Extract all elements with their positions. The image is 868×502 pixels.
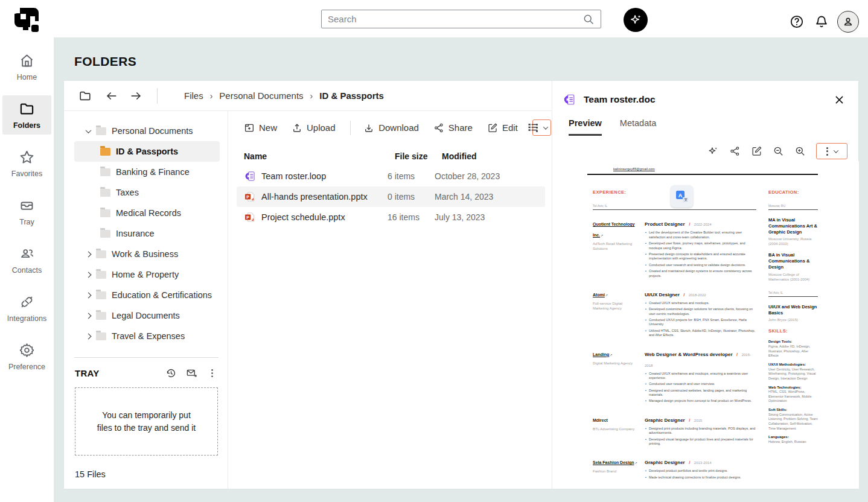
role-separator: /	[689, 221, 690, 227]
job-bullets: Led the development of the Creative Buil…	[645, 230, 756, 278]
tree-item[interactable]: ID & Passports	[74, 141, 220, 162]
search-bar[interactable]	[321, 10, 601, 28]
tree-item[interactable]: Medical Records	[74, 203, 220, 223]
degree-subtitle: John Bryce (2015)	[768, 317, 818, 322]
chevron-icon[interactable]	[80, 125, 92, 137]
star-icon	[19, 149, 35, 165]
degree: BA in Visual Communications & Design Mos…	[768, 252, 818, 281]
account-avatar[interactable]	[837, 11, 859, 33]
sidebar-item-home[interactable]: Home	[2, 47, 51, 86]
experience-entries: Quotient Technology Inc.↗ AdTech Retail …	[593, 217, 756, 481]
column-modified[interactable]: Modified	[442, 151, 551, 161]
forward-arrow-icon[interactable]	[129, 89, 142, 103]
folder-icon	[100, 148, 110, 156]
help-icon[interactable]	[790, 14, 804, 29]
sidebar-item-contacts[interactable]: Contacts	[2, 240, 51, 279]
file-row[interactable]: P Project schedule.pptx 16 items July 13…	[237, 207, 545, 227]
file-size: 16 items	[388, 212, 435, 222]
preview-tab[interactable]: Preview	[569, 118, 602, 136]
top-bar	[0, 0, 868, 37]
tray-dropzone[interactable]: You can temporarily put files to the tra…	[75, 387, 218, 456]
ai-assistant-button[interactable]	[624, 8, 648, 32]
breadcrumb-item-current[interactable]: ID & Passports	[319, 91, 384, 101]
chevron-icon[interactable]	[80, 330, 92, 342]
folder-icon[interactable]	[78, 89, 92, 103]
tab-label: Metadata	[620, 118, 656, 128]
folder-icon	[96, 291, 106, 299]
sidebar-item-preference[interactable]: Preference	[2, 337, 51, 376]
chevron-icon[interactable]	[80, 310, 92, 322]
notifications-bell-icon[interactable]	[814, 14, 829, 29]
file-name: Project schedule.pptx	[261, 212, 388, 222]
sidebar-item-tray[interactable]: Tray	[2, 192, 51, 231]
sidebar-item-folders[interactable]: Folders	[2, 95, 51, 135]
job-bullet: Conducted user research and testing to v…	[645, 263, 756, 268]
close-icon[interactable]	[834, 94, 845, 106]
tree-item[interactable]: Personal Documents	[74, 121, 220, 141]
divider	[350, 121, 351, 135]
loop-file-icon	[244, 170, 256, 182]
kebab-menu-icon[interactable]	[206, 367, 218, 379]
person-icon	[842, 16, 854, 28]
file-row[interactable]: Team roster.loop 6 items October 28, 202…	[237, 166, 545, 186]
document-preview[interactable]: kalininsergey85@gmail.com EXPERIENCE: Te…	[552, 161, 859, 489]
preview-tab[interactable]: Metadata	[620, 118, 656, 136]
file-name: Team roster.loop	[261, 171, 388, 181]
experience-entry: Sela Fashion Design↗ Fashion Brand Graph…	[593, 456, 756, 481]
view-options-icon[interactable]	[527, 121, 539, 133]
share-button[interactable]: Share	[433, 122, 473, 133]
job-bullet: Designed print products including brandi…	[645, 427, 756, 436]
history-icon[interactable]	[165, 367, 177, 379]
search-icon[interactable]	[582, 13, 595, 25]
search-input[interactable]	[328, 14, 582, 24]
ai-sparkle-icon[interactable]	[707, 145, 719, 157]
zoom-out-icon[interactable]	[773, 145, 784, 157]
sidebar-item-favorites[interactable]: Favorites	[2, 144, 51, 183]
job-bullet: Managed design projects from concept to …	[645, 399, 756, 404]
mail-send-icon[interactable]	[186, 367, 197, 379]
skill-group-name: Design Tools:	[768, 340, 818, 343]
translate-badge[interactable]: A	[671, 185, 693, 208]
tree-item[interactable]: Work & Business	[74, 244, 220, 264]
preview-more-actions-button[interactable]	[816, 143, 847, 159]
job-bullet: Designed and constructed websites, landi…	[645, 389, 756, 398]
job-bullet: Created and maintained design systems to…	[645, 269, 756, 278]
new-button[interactable]: New	[244, 122, 277, 133]
column-size[interactable]: File size	[395, 151, 442, 161]
job-bullet: Developed customized design solutions fo…	[645, 307, 756, 316]
chevron-icon[interactable]	[80, 248, 92, 260]
breadcrumb-item[interactable]: Files	[184, 91, 203, 101]
edit-button-label: Edit	[502, 122, 518, 133]
skill-group-name: Web Technologies:	[768, 386, 818, 389]
sidebar-item-integrations[interactable]: Integrations	[2, 288, 51, 328]
experience-group: Tel-Aviv, IL Quotient Technology Inc.↗ A…	[593, 204, 756, 481]
chevron-icon[interactable]	[80, 289, 92, 301]
column-name[interactable]: Name	[244, 151, 395, 161]
app-logo-icon[interactable]	[13, 7, 40, 33]
breadcrumb-item[interactable]: Personal Documents	[219, 91, 303, 101]
tree-item[interactable]: Taxes	[74, 182, 220, 203]
edit-button[interactable]: Edit	[487, 122, 518, 133]
company-name: Atomi	[593, 293, 605, 297]
edit-pencil-icon[interactable]	[751, 145, 762, 157]
experience-column: EXPERIENCE: Tel-Aviv, IL	[587, 176, 756, 489]
upload-button[interactable]: Upload	[292, 122, 336, 133]
email-link: kalininsergey85@gmail.com	[613, 167, 818, 171]
file-row[interactable]: P All-hands presentation.pptx 0 items Ma…	[237, 186, 545, 207]
share-icon[interactable]	[729, 145, 741, 157]
download-button[interactable]: Download	[363, 122, 419, 133]
degree-title: MA in Visual Communications Art & Graphi…	[768, 217, 818, 235]
tree-item[interactable]: Banking & Finance	[74, 162, 220, 182]
tree-item[interactable]: Legal Documents	[74, 305, 220, 326]
tree-item[interactable]: Home & Property	[74, 264, 220, 285]
tree-item-label: Taxes	[116, 188, 139, 197]
zoom-in-icon[interactable]	[794, 145, 806, 157]
job-bullet: Led the development of the Creative Buil…	[645, 230, 756, 240]
tree-item[interactable]: Insurance	[74, 223, 220, 244]
chevron-icon[interactable]	[80, 268, 92, 281]
powerpoint-file-icon: P	[244, 191, 256, 203]
content-card: Files › Personal Documents › ID & Passpo…	[64, 81, 858, 489]
tree-item[interactable]: Education & Certifications	[74, 285, 220, 305]
back-arrow-icon[interactable]	[105, 89, 118, 103]
tree-item[interactable]: Travel & Expenses	[74, 326, 220, 346]
